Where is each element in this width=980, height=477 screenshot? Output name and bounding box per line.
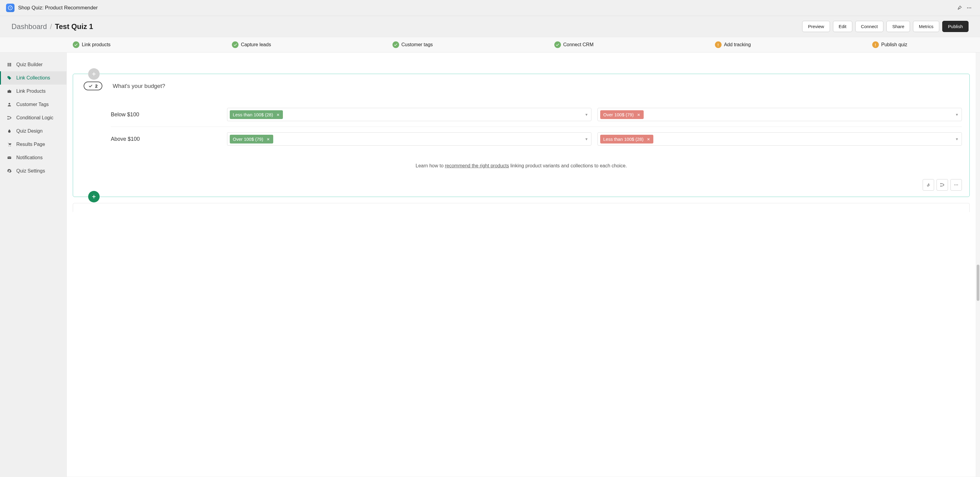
tag-text: Over 100$ (79)	[603, 112, 634, 117]
help-link[interactable]: recommend the right products	[445, 163, 509, 168]
svg-rect-9	[8, 65, 9, 67]
chevron-down-icon: ▾	[956, 112, 958, 117]
cart-icon	[6, 142, 12, 147]
sidebar-item-label: Quiz Design	[16, 128, 43, 134]
add-question-above-button[interactable]	[88, 68, 100, 80]
svg-rect-21	[8, 156, 11, 159]
metrics-button[interactable]: Metrics	[913, 21, 939, 32]
svg-point-16	[8, 116, 8, 117]
share-button[interactable]: Share	[886, 21, 910, 32]
more-tool-button[interactable]	[950, 179, 962, 191]
scrollbar-thumb[interactable]	[977, 265, 979, 301]
exclamation-circle-icon	[872, 41, 879, 48]
svg-rect-8	[8, 64, 9, 65]
branch-icon	[940, 182, 945, 187]
exclude-collections-select[interactable]: Less than 100$ (28) × ▾	[598, 132, 962, 145]
sidebar-item-label: Quiz Settings	[16, 168, 45, 174]
gear-icon	[6, 169, 12, 173]
step-add-tracking[interactable]: Add tracking	[715, 41, 751, 48]
answers-block: Below $100 Less than 100$ (28) × ▾ Over …	[111, 102, 962, 151]
collection-tag-exclude: Over 100$ (79) ×	[600, 110, 644, 119]
tag-text: Less than 100$ (28)	[233, 112, 273, 117]
step-link-products[interactable]: Link products	[73, 41, 110, 48]
sidebar-item-link-collections[interactable]: Link Collections	[0, 71, 67, 85]
app-title-bar: Shop Quiz: Product Recommender	[0, 0, 980, 16]
sidebar-item-conditional-logic[interactable]: Conditional Logic	[0, 111, 67, 124]
answer-label: Below $100	[111, 112, 221, 118]
remove-tag-button[interactable]: ×	[637, 112, 641, 117]
scrollbar[interactable]	[976, 53, 980, 477]
svg-rect-7	[8, 63, 9, 64]
remove-tag-button[interactable]: ×	[646, 137, 650, 142]
svg-rect-14	[8, 90, 11, 93]
preview-button[interactable]: Preview	[802, 21, 830, 32]
question-header: 2 What's your budget?	[84, 81, 962, 90]
svg-point-22	[940, 183, 941, 184]
question-number-badge[interactable]: 2	[84, 81, 102, 90]
logic-tool-button[interactable]	[937, 179, 948, 191]
question-title: What's your budget?	[113, 83, 165, 89]
sidebar-item-link-products[interactable]: Link Products	[0, 85, 67, 98]
help-prefix: Learn how to	[416, 163, 445, 168]
step-connect-crm[interactable]: Connect CRM	[554, 41, 593, 48]
sidebar-item-quiz-settings[interactable]: Quiz Settings	[0, 164, 67, 178]
svg-point-27	[957, 185, 958, 185]
svg-point-17	[8, 119, 8, 120]
more-horizontal-icon	[954, 182, 959, 187]
sidebar-item-quiz-design[interactable]: Quiz Design	[0, 124, 67, 138]
step-label: Publish quiz	[881, 42, 907, 48]
plus-icon	[91, 72, 96, 77]
exclude-collections-select[interactable]: Over 100$ (79) × ▾	[598, 108, 962, 121]
chevron-down-icon: ▾	[956, 137, 958, 141]
check-circle-icon	[232, 41, 239, 48]
include-collections-select[interactable]: Over 100$ (79) × ▾	[227, 132, 592, 145]
next-card-stub	[73, 203, 970, 212]
settings-tool-button[interactable]	[923, 179, 934, 191]
svg-point-26	[956, 185, 957, 185]
svg-point-13	[8, 77, 9, 77]
sidebar-item-label: Link Products	[16, 89, 46, 94]
help-text: Learn how to recommend the right product…	[81, 163, 962, 169]
sidebar-item-quiz-builder[interactable]: Quiz Builder	[0, 58, 67, 71]
svg-point-20	[10, 145, 11, 146]
content-area: 2 What's your budget? Below $100 Less th…	[67, 53, 976, 477]
step-label: Capture leads	[241, 42, 271, 48]
page-header: Dashboard / Test Quiz 1 Preview Edit Con…	[0, 16, 980, 37]
add-question-below-button[interactable]	[88, 191, 100, 203]
step-customer-tags[interactable]: Customer tags	[393, 41, 433, 48]
step-capture-leads[interactable]: Capture leads	[232, 41, 271, 48]
app-title: Shop Quiz: Product Recommender	[18, 5, 98, 11]
remove-tag-button[interactable]: ×	[266, 137, 270, 142]
sidebar-item-customer-tags[interactable]: Customer Tags	[0, 98, 67, 111]
pin-icon	[957, 5, 962, 11]
connect-button[interactable]: Connect	[855, 21, 884, 32]
sidebar-item-label: Notifications	[16, 155, 43, 160]
check-circle-icon	[73, 41, 80, 48]
wrench-icon	[926, 182, 931, 187]
sidebar-item-label: Link Collections	[16, 75, 50, 81]
check-icon	[89, 84, 93, 88]
edit-button[interactable]: Edit	[833, 21, 852, 32]
briefcase-icon	[6, 89, 12, 94]
sidebar-item-notifications[interactable]: Notifications	[0, 151, 67, 164]
sidebar-item-label: Customer Tags	[16, 102, 49, 107]
breadcrumb: Dashboard / Test Quiz 1	[11, 22, 93, 31]
previous-card-stub	[73, 53, 970, 71]
breadcrumb-root[interactable]: Dashboard	[11, 22, 47, 31]
sidebar: Quiz Builder Link Collections Link Produ…	[0, 53, 67, 477]
progress-steps-bar: Link products Capture leads Customer tag…	[0, 37, 980, 53]
more-horizontal-icon	[966, 5, 972, 11]
publish-button[interactable]: Publish	[942, 21, 969, 32]
include-collections-select[interactable]: Less than 100$ (28) × ▾	[227, 108, 592, 121]
svg-point-1	[10, 8, 11, 8]
sidebar-item-results-page[interactable]: Results Page	[0, 138, 67, 151]
check-circle-icon	[554, 41, 561, 48]
step-publish-quiz[interactable]: Publish quiz	[872, 41, 907, 48]
app-logo-icon	[8, 5, 13, 11]
help-suffix: linking product variants and collections…	[509, 163, 627, 168]
remove-tag-button[interactable]: ×	[276, 112, 280, 117]
layout-icon	[6, 62, 12, 67]
more-button[interactable]	[964, 3, 974, 13]
pin-button[interactable]	[955, 3, 964, 13]
step-label: Add tracking	[724, 42, 751, 48]
